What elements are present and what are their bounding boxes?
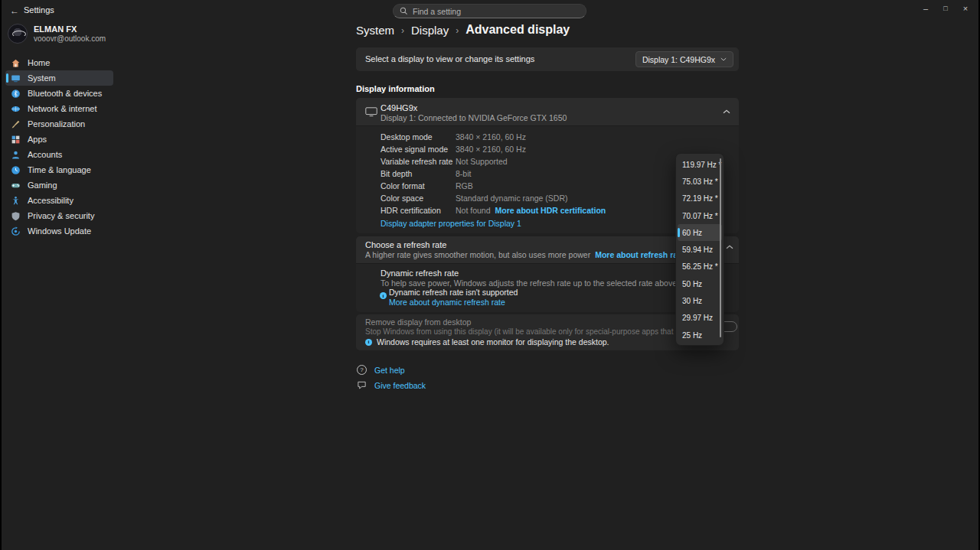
help-icon: ? — [357, 365, 367, 375]
apps-grid-icon — [10, 134, 21, 145]
monitor-subtitle: Display 1: Connected to NVIDIA GeForce G… — [381, 113, 567, 122]
refresh-rate-option[interactable]: 50 Hz — [678, 275, 722, 292]
refresh-rate-option[interactable]: 119.97 Hz * — [678, 156, 722, 173]
refresh-rate-description-text: A higher rate gives smoother motion, but… — [365, 250, 590, 259]
more-about-refresh-rate-link[interactable]: More about refresh rate — [595, 250, 684, 259]
sidebar-item-label: Time & language — [28, 165, 91, 174]
dynamic-refresh-rate-status: Dynamic refresh rate isn't supported — [389, 288, 518, 297]
sidebar-item-label: Home — [28, 58, 50, 67]
refresh-rate-combobox-chevron-up-icon[interactable] — [726, 245, 733, 249]
sidebar-item-time-language[interactable]: Time & language — [5, 162, 113, 177]
give-feedback-link[interactable]: Give feedback — [357, 380, 426, 390]
property-row-bit-depth: Bit depth 8-bit — [381, 169, 471, 178]
select-display-label: Select a display to view or change its s… — [365, 54, 534, 63]
sidebar-item-privacy-security[interactable]: Privacy & security — [5, 208, 113, 223]
refresh-rate-option[interactable]: 72.19 Hz * — [678, 190, 722, 207]
chevron-up-icon[interactable] — [723, 109, 730, 114]
shield-icon — [10, 210, 21, 221]
window-left-edge — [0, 0, 2, 550]
property-label: Desktop mode — [381, 132, 456, 142]
app-title: Settings — [24, 5, 54, 15]
flyout-scrollbar[interactable] — [720, 158, 721, 337]
chevron-down-icon — [720, 57, 727, 61]
info-icon: i — [365, 339, 372, 346]
user-email: vooovr@outlook.com — [34, 34, 106, 43]
breadcrumb-separator: › — [456, 24, 459, 36]
sidebar-item-accounts[interactable]: Accounts — [5, 147, 113, 162]
minimize-button[interactable]: – — [916, 0, 936, 16]
sidebar-item-label: Privacy & security — [28, 211, 94, 220]
window-controls: – □ × — [916, 0, 975, 16]
property-label: HDR certification — [381, 206, 456, 215]
hdr-certification-link[interactable]: More about HDR certification — [495, 206, 606, 215]
breadcrumb: System › Display › Advanced display — [356, 21, 570, 38]
sidebar-item-network-internet[interactable]: Network & internet — [5, 101, 113, 116]
close-button[interactable]: × — [956, 0, 975, 16]
breadcrumb-system[interactable]: System — [356, 24, 394, 37]
sidebar-item-bluetooth-devices[interactable]: Bluetooth & devices — [5, 86, 113, 101]
property-row-color-space: Color space Standard dynamic range (SDR) — [381, 194, 567, 203]
sidebar-nav: Home System Bluetooth & devices Network … — [5, 55, 113, 239]
refresh-rate-option[interactable]: 59.94 Hz — [678, 241, 722, 258]
refresh-rate-option[interactable]: 56.25 Hz * — [678, 259, 722, 275]
property-label: Variable refresh rate — [381, 157, 456, 166]
maximize-icon: □ — [943, 5, 947, 12]
sidebar-item-gaming[interactable]: Gaming — [5, 177, 113, 193]
refresh-rate-option-selected[interactable]: 60 Hz — [678, 224, 722, 241]
property-label: Bit depth — [381, 169, 456, 178]
home-icon — [10, 57, 21, 68]
sidebar-item-label: Gaming — [28, 181, 57, 190]
property-value: 3840 × 2160, 60 Hz — [456, 132, 526, 142]
sidebar-item-label: System — [28, 73, 56, 83]
display-adapter-properties-link[interactable]: Display adapter properties for Display 1 — [381, 219, 521, 228]
property-label: Color format — [381, 181, 456, 190]
brush-icon — [10, 119, 21, 129]
display-select-value: Display 1: C49HG9x — [642, 55, 715, 64]
sidebar-item-apps[interactable]: Apps — [5, 132, 113, 147]
remove-display-note: i Windows requires at least one monitor … — [365, 337, 609, 347]
property-row-active-signal-mode: Active signal mode 3840 × 2160, 60 Hz — [381, 145, 526, 154]
user-avatar[interactable] — [8, 24, 28, 44]
display-select-dropdown[interactable]: Display 1: C49HG9x — [635, 51, 733, 67]
sidebar-item-personalization[interactable]: Personalization — [5, 116, 113, 132]
property-row-color-format: Color format RGB — [381, 181, 473, 190]
network-globe-icon — [10, 103, 21, 114]
sidebar-item-accessibility[interactable]: Accessibility — [5, 193, 113, 208]
search-input[interactable] — [413, 7, 580, 16]
property-value: Not found — [456, 206, 491, 215]
get-help-link[interactable]: ? Get help — [357, 365, 405, 375]
search-box[interactable] — [393, 4, 586, 18]
more-about-dynamic-refresh-rate-link[interactable]: More about dynamic refresh rate — [389, 298, 505, 307]
update-arrows-icon — [10, 226, 21, 236]
maximize-button[interactable]: □ — [936, 0, 956, 16]
user-name: ELMAN FX — [34, 24, 77, 34]
sidebar-item-label: Personalization — [28, 119, 85, 129]
breadcrumb-display[interactable]: Display — [411, 24, 449, 37]
back-icon: ← — [10, 5, 19, 16]
refresh-rate-option[interactable]: 30 Hz — [678, 292, 722, 309]
minimize-icon: – — [923, 4, 928, 13]
display-information-heading: Display information — [356, 84, 435, 93]
sidebar-item-windows-update[interactable]: Windows Update — [5, 223, 113, 239]
display-information-header[interactable]: C49HG9x Display 1: Connected to NVIDIA G… — [356, 98, 739, 126]
sidebar-item-system[interactable]: System — [5, 70, 113, 86]
refresh-rate-option[interactable]: 70.07 Hz * — [678, 207, 722, 224]
sidebar-item-home[interactable]: Home — [5, 55, 113, 70]
property-value: 8-bit — [456, 169, 471, 178]
property-value: RGB — [456, 181, 473, 190]
back-button[interactable]: ← — [8, 4, 21, 17]
refresh-rate-option[interactable]: 29.97 Hz — [678, 310, 722, 327]
feedback-icon — [357, 380, 367, 390]
accessibility-icon — [10, 195, 21, 206]
remove-display-note-text: Windows requires at least one monitor fo… — [377, 337, 609, 347]
refresh-rate-option[interactable]: 75.03 Hz * — [678, 173, 722, 190]
property-value: Standard dynamic range (SDR) — [456, 194, 567, 203]
monitor-name: C49HG9x — [381, 103, 417, 112]
remove-display-title: Remove display from desktop — [365, 317, 471, 327]
property-value: Not Supported — [456, 157, 508, 166]
refresh-rate-title: Choose a refresh rate — [365, 240, 446, 249]
refresh-rate-option[interactable]: 25 Hz — [678, 327, 722, 343]
sidebar-item-label: Accounts — [28, 150, 62, 159]
monitor-icon — [365, 106, 377, 117]
gamepad-icon — [10, 180, 21, 190]
